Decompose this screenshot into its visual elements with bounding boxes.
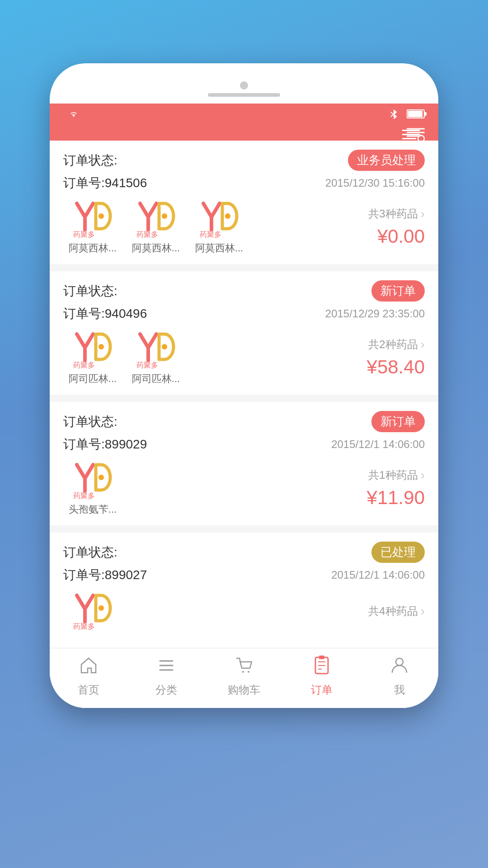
tab-我[interactable]: 我 [372,656,427,697]
search-filter-icon[interactable] [407,128,425,137]
product-name-0-0: 阿莫西林... [69,241,117,255]
bluetooth-icon [389,109,398,119]
product-logo-partial: 药聚多 [63,591,122,632]
order-header-0: 订单状态: 业务员处理 [63,150,425,171]
product-item-1-1: 药聚多 阿司匹林... [127,330,185,386]
order-number-1: 订单号:940496 [63,305,147,322]
order-card[interactable]: 订单状态: 业务员处理 订单号:941506 2015/12/30 15:16:… [50,141,438,264]
svg-point-11 [162,213,167,219]
svg-point-17 [99,344,104,349]
product-count-0: 共3种药品 › [368,207,425,221]
order-status-label-3: 订单状态: [63,544,117,561]
svg-point-8 [99,213,104,219]
order-right-0: 共3种药品 › ¥0.00 [334,207,425,247]
order-price-2: ¥11.90 [367,487,425,509]
svg-point-23 [99,475,104,480]
tab-分类[interactable]: 分类 [139,656,193,697]
order-price-0: ¥0.00 [377,226,425,247]
order-number-row-2: 订单号:899029 2015/12/1 14:06:00 [63,436,425,453]
tab-label-1: 分类 [155,683,177,697]
svg-point-14 [225,213,230,219]
order-status-label-2: 订单状态: [63,413,117,430]
svg-text:药聚多: 药聚多 [73,623,95,630]
svg-text:药聚多: 药聚多 [136,231,158,238]
svg-point-20 [162,344,167,349]
tab-首页[interactable]: 首页 [61,656,116,697]
chevron-icon-3: › [421,604,425,618]
svg-text:药聚多: 药聚多 [73,231,95,238]
product-item-2-0: 药聚多 头孢氨苄... [63,460,122,516]
tab-label-0: 首页 [78,683,99,697]
svg-text:药聚多: 药聚多 [73,492,95,500]
order-status-label-0: 订单状态: [63,152,117,169]
order-number-3: 订单号:899027 [63,566,147,584]
order-header-3: 订单状态: 已处理 [63,542,425,563]
product-group-0: 药聚多 阿莫西林... 药聚多 阿莫西林... [63,199,334,255]
product-item-0-2: 药聚多 阿莫西林... [190,199,249,255]
order-right-3: 共4种药品 › [334,604,425,618]
tab-订单[interactable]: 订单 [295,656,349,697]
order-right-1: 共2种药品 › ¥58.40 [334,337,425,378]
order-list: 订单状态: 业务员处理 订单号:941506 2015/12/30 15:16:… [50,141,438,641]
svg-line-1 [391,114,394,117]
order-date-3: 2015/12/1 14:06:00 [331,569,425,581]
order-number-row-1: 订单号:940496 2015/12/29 23:35:00 [63,305,425,322]
order-right-2: 共1种药品 › ¥11.90 [334,468,425,509]
product-count-3: 共4种药品 › [368,604,425,618]
product-item-0-0: 药聚多 阿莫西林... [63,199,122,255]
order-number-row-3: 订单号:899027 2015/12/1 14:06:00 [63,566,425,584]
status-bar [50,104,438,124]
status-badge-0: 业务员处理 [348,150,425,171]
tab-label-2: 购物车 [228,683,260,697]
product-logo-2-0: 药聚多 [68,460,117,501]
order-products-2: 药聚多 头孢氨苄... 共1种药品 › ¥11.90 [63,460,425,516]
phone-notch [50,77,438,104]
battery-icon [407,109,425,118]
order-card[interactable]: 订单状态: 已处理 订单号:899027 2015/12/1 14:06:00 … [50,533,438,641]
status-right [389,109,425,119]
order-date-0: 2015/12/30 15:16:00 [325,177,425,189]
svg-line-0 [391,112,394,114]
svg-point-31 [242,671,244,673]
status-badge-1: 新订单 [371,280,425,302]
tab-购物车[interactable]: 购物车 [217,656,271,697]
product-name-2-0: 头孢氨苄... [69,503,117,516]
svg-text:药聚多: 药聚多 [200,231,221,238]
product-name-0-1: 阿莫西林... [132,241,180,255]
tab-icon-1 [156,656,176,680]
product-count-1: 共2种药品 › [368,337,425,352]
tab-label-3: 订单 [311,683,333,697]
product-logo-1-0: 药聚多 [68,330,117,370]
tab-icon-0 [79,656,99,680]
phone-home-bar [208,93,280,97]
chevron-icon-1: › [421,337,425,352]
svg-point-39 [396,658,403,665]
tab-icon-4 [389,656,409,680]
order-number-2: 订单号:899029 [63,436,147,453]
order-card[interactable]: 订单状态: 新订单 订单号:940496 2015/12/29 23:35:00… [50,271,438,395]
status-badge-2: 新订单 [371,411,425,432]
tab-label-4: 我 [394,683,405,697]
svg-point-26 [99,605,104,611]
order-products-1: 药聚多 阿司匹林... 药聚多 阿司匹林... 共2种药品 [63,330,425,386]
order-price-1: ¥58.40 [367,356,425,378]
order-date-1: 2015/12/29 23:35:00 [325,307,425,320]
order-header-2: 订单状态: 新订单 [63,411,425,432]
order-number-0: 订单号:941506 [63,175,147,192]
product-group-1: 药聚多 阿司匹林... 药聚多 阿司匹林... [63,330,334,386]
chevron-icon-2: › [421,468,425,482]
product-logo-0-2: 药聚多 [194,199,244,240]
svg-text:药聚多: 药聚多 [136,361,158,369]
order-products-3: 药聚多 共4种药品 › [63,591,425,632]
phone-camera [240,81,248,90]
product-logo-0-1: 药聚多 [131,199,181,240]
product-name-1-1: 阿司匹林... [132,372,180,386]
svg-point-32 [248,671,249,673]
nav-bar [50,124,438,141]
top-section [226,0,262,63]
order-card[interactable]: 订单状态: 新订单 订单号:899029 2015/12/1 14:06:00 … [50,402,438,525]
wifi-icon [69,109,79,119]
order-header-1: 订单状态: 新订单 [63,280,425,302]
order-status-label-1: 订单状态: [63,283,117,300]
product-count-2: 共1种药品 › [368,468,425,482]
